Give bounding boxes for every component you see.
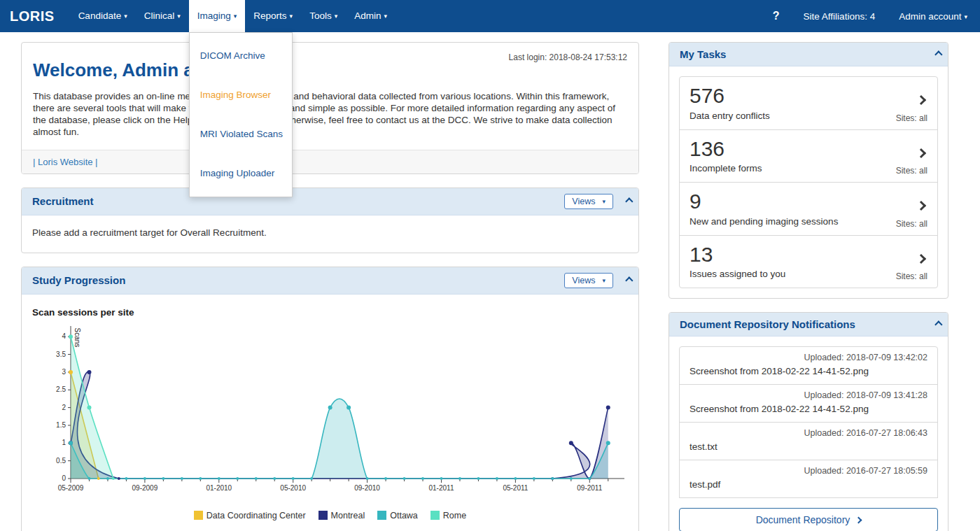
svg-text:1.5: 1.5 xyxy=(56,420,66,428)
doc-notification-row: Uploaded: 2016-07-27 18:06:43 test.txt xyxy=(679,422,938,460)
legend-item: Rome xyxy=(430,511,466,521)
scan-sessions-chart: 00.511.522.533.5405-200909-200901-201005… xyxy=(32,320,627,508)
caret-down-icon: ▾ xyxy=(335,13,338,20)
legend-item: Montreal xyxy=(318,511,365,521)
legend-label: Data Coordinating Center xyxy=(206,511,306,521)
task-label: Issues assigned to you xyxy=(690,269,927,279)
collapse-panel-icon[interactable] xyxy=(625,276,633,284)
caret-down-icon: ▾ xyxy=(964,13,967,20)
doc-notification-row: Uploaded: 2016-07-27 18:05:59 test.pdf xyxy=(679,460,938,498)
caret-down-icon: ▾ xyxy=(602,198,606,205)
account-menu[interactable]: Admin account▾ xyxy=(882,11,980,22)
caret-down-icon: ▾ xyxy=(290,13,293,20)
welcome-text: This database provides an on-line mechan… xyxy=(33,91,627,139)
study-progression-panel-header: Study Progression Views ▾ xyxy=(22,267,638,295)
task-sites: Sites: all xyxy=(896,219,927,229)
menu-item-imaging-browser[interactable]: Imaging Browser xyxy=(190,76,292,115)
recruitment-message: Please add a recruitment target for Over… xyxy=(22,215,638,253)
doc-filename: test.txt xyxy=(690,441,927,452)
menu-item-mri-violated-scans[interactable]: MRI Violated Scans xyxy=(190,115,292,154)
document-repository-button[interactable]: Document Repository xyxy=(679,508,938,531)
welcome-panel: Last login: 2018-08-24 17:53:12 Welcome,… xyxy=(21,42,639,174)
legend-swatch-icon xyxy=(318,511,328,520)
svg-text:05-2010: 05-2010 xyxy=(280,484,306,492)
svg-text:05-2011: 05-2011 xyxy=(503,484,528,492)
svg-text:01-2011: 01-2011 xyxy=(429,484,454,492)
svg-text:09-2009: 09-2009 xyxy=(132,484,158,492)
recruitment-panel-header: Recruitment Views ▾ xyxy=(22,188,638,215)
svg-text:3.5: 3.5 xyxy=(56,350,66,357)
task-card-issues-assigned[interactable]: 13 Issues assigned to you Sites: all xyxy=(679,235,938,289)
svg-text:Scans: Scans xyxy=(74,327,81,347)
views-dropdown-button[interactable]: Views ▾ xyxy=(564,194,613,209)
task-sites: Sites: all xyxy=(896,166,927,176)
svg-text:09-2010: 09-2010 xyxy=(354,484,380,492)
doc-uploaded-timestamp: Uploaded: 2016-07-27 18:05:59 xyxy=(690,466,927,476)
task-card-imaging-sessions[interactable]: 9 New and pending imaging sessions Sites… xyxy=(679,182,938,236)
navbar-right-section: ? Site Affiliations: 4 Admin account▾ xyxy=(749,0,980,32)
collapse-panel-icon[interactable] xyxy=(934,50,942,58)
nav-item-clinical[interactable]: Clinical▾ xyxy=(136,0,189,32)
legend-swatch-icon xyxy=(194,511,203,520)
doc-repo-panel: Document Repository Notifications Upload… xyxy=(668,312,948,531)
loris-website-link[interactable]: | Loris Website | xyxy=(33,157,98,167)
chart-legend: Data Coordinating CenterMontrealOttawaRo… xyxy=(32,511,628,521)
svg-text:09-2011: 09-2011 xyxy=(577,484,602,492)
task-count: 13 xyxy=(690,243,927,267)
chart-title: Scan sessions per site xyxy=(32,307,628,318)
my-tasks-panel: My Tasks 576 Data entry conflicts Sites:… xyxy=(668,42,948,299)
views-dropdown-button[interactable]: Views ▾ xyxy=(564,273,613,288)
caret-down-icon: ▾ xyxy=(177,13,181,20)
panel-title: Document Repository Notifications xyxy=(680,318,923,330)
panel-title: My Tasks xyxy=(680,48,923,60)
svg-text:3: 3 xyxy=(62,367,66,375)
my-tasks-header: My Tasks xyxy=(669,43,948,66)
welcome-footer: | Loris Website | xyxy=(22,150,638,174)
main-column: Last login: 2018-08-24 17:53:12 Welcome,… xyxy=(21,42,639,531)
task-label: Incomplete forms xyxy=(690,163,927,174)
svg-text:1: 1 xyxy=(62,439,66,446)
caret-down-icon: ▾ xyxy=(602,277,606,284)
recruitment-panel: Recruitment Views ▾ Please add a recruit… xyxy=(21,187,639,253)
svg-text:05-2009: 05-2009 xyxy=(58,484,84,492)
loris-logo[interactable]: LORIS xyxy=(0,0,60,32)
sidebar-column: My Tasks 576 Data entry conflicts Sites:… xyxy=(668,42,948,531)
doc-uploaded-timestamp: Uploaded: 2018-07-09 13:41:28 xyxy=(690,390,927,400)
menu-item-dicom-archive[interactable]: DICOM Archive xyxy=(190,36,292,76)
menu-item-imaging-uploader[interactable]: Imaging Uploader xyxy=(190,154,292,193)
nav-item-admin[interactable]: Admin▾ xyxy=(346,0,396,32)
svg-text:2: 2 xyxy=(62,403,66,411)
nav-item-reports[interactable]: Reports▾ xyxy=(245,0,301,32)
nav-item-candidate[interactable]: Candidate▾ xyxy=(70,0,136,32)
panel-title: Study Progression xyxy=(32,274,564,286)
doc-repo-body: Uploaded: 2018-07-09 13:42:02 Screenshot… xyxy=(669,337,948,531)
help-icon[interactable]: ? xyxy=(749,10,804,22)
collapse-panel-icon[interactable] xyxy=(934,320,942,328)
collapse-panel-icon[interactable] xyxy=(625,197,633,205)
doc-filename: Screenshot from 2018-02-22 14-41-52.png xyxy=(690,404,927,414)
caret-down-icon: ▾ xyxy=(124,13,127,20)
nav-item-imaging[interactable]: Imaging▾ DICOM Archive Imaging Browser M… xyxy=(189,0,246,32)
task-count: 136 xyxy=(690,137,927,162)
task-label: New and pending imaging sessions xyxy=(690,216,927,227)
legend-swatch-icon xyxy=(377,511,386,520)
welcome-body: Last login: 2018-08-24 17:53:12 Welcome,… xyxy=(22,43,638,150)
caret-down-icon: ▾ xyxy=(384,13,387,20)
task-sites: Sites: all xyxy=(896,271,927,281)
task-count: 576 xyxy=(690,84,927,108)
nav-item-tools[interactable]: Tools▾ xyxy=(301,0,346,32)
doc-repo-header: Document Repository Notifications xyxy=(669,313,948,337)
imaging-dropdown-menu: DICOM Archive Imaging Browser MRI Violat… xyxy=(189,32,293,197)
task-card-incomplete-forms[interactable]: 136 Incomplete forms Sites: all xyxy=(679,129,938,183)
my-tasks-body: 576 Data entry conflicts Sites: all 136 … xyxy=(669,66,948,298)
task-card-data-entry-conflicts[interactable]: 576 Data entry conflicts Sites: all xyxy=(679,76,938,130)
svg-text:0.5: 0.5 xyxy=(56,456,66,464)
doc-uploaded-timestamp: Uploaded: 2016-07-27 18:06:43 xyxy=(690,428,927,438)
page-content: Last login: 2018-08-24 17:53:12 Welcome,… xyxy=(0,32,980,531)
legend-item: Data Coordinating Center xyxy=(194,511,306,521)
study-progression-body: Scan sessions per site 00.511.522.533.54… xyxy=(22,295,638,531)
doc-filename: Screenshot from 2018-02-22 14-41-52.png xyxy=(690,366,927,376)
svg-text:01-2010: 01-2010 xyxy=(206,484,232,492)
doc-notification-row: Uploaded: 2018-07-09 13:42:02 Screenshot… xyxy=(679,346,938,385)
svg-text:4: 4 xyxy=(62,332,66,340)
